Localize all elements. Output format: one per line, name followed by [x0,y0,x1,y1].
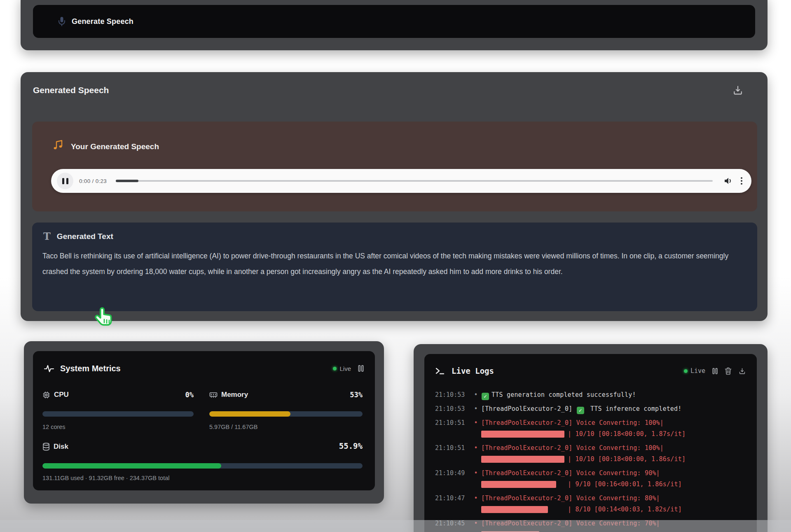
log-bullet-icon: • [470,468,481,490]
memory-sub: 5.97GB / 11.67GB [209,424,257,430]
disk-bar-fill [42,463,221,469]
live-logs-title: Live Logs [452,366,494,375]
log-list: 21:10:53•✓TTS generation completed succe… [435,389,749,532]
log-progress-line: | 10/10 [00:18<00:00, 1.87s/it] [481,429,749,440]
pause-updates-icon[interactable] [358,365,364,372]
log-entry: 21:10:51•[ThreadPoolExecutor-2_0] Voice … [435,443,749,465]
live-dot-icon [333,367,337,370]
check-icon: ✓ [577,407,584,414]
system-metrics-card: System Metrics Live [24,341,384,504]
cpu-value: 0% [152,391,194,399]
live-status-badge: Live [333,365,351,372]
log-timestamp: 21:10:47 [435,493,470,515]
trash-icon[interactable] [725,367,732,375]
disk-icon [42,443,50,451]
seek-bar-played [116,180,138,182]
cpu-sub: 12 cores [42,424,66,430]
live-dot-icon [684,369,688,373]
log-progress-bar [481,481,556,488]
check-icon: ✓ [482,393,489,400]
volume-icon[interactable] [723,176,733,185]
seek-bar[interactable] [116,180,713,182]
disk-label: Disk [54,443,68,451]
cpu-bar [42,411,194,417]
generated-speech-title: Generated Speech [33,85,109,95]
log-message: ✓TTS generation completed successfully! [481,389,749,401]
cpu-label: CPU [54,391,69,399]
log-progress-stats: | 10/10 [00:18<00:00, 1.86s/it] [568,454,686,465]
log-progress-bar [481,431,564,438]
log-bullet-icon: • [470,493,481,515]
audio-player-panel: Your Generated Speech 0:00 / 0:23 [32,122,757,211]
live-logs-panel: Live Logs Live [424,354,757,532]
log-message: [ThreadPoolExecutor-2_0] Voice Convertin… [481,493,749,515]
log-progress-stats: | 8/10 [00:14<00:03, 1.82s/it] [568,504,682,515]
pause-icon [62,178,64,184]
live-status-badge: Live [684,367,705,375]
player-time: 0:00 / 0:23 [79,178,107,184]
log-timestamp: 21:10:49 [435,468,470,490]
disk-bar [42,463,363,469]
log-timestamp: 21:10:53 [435,389,470,401]
audio-player-heading: Your Generated Speech [71,142,159,151]
disk-sub: 131.11GB used · 91.32GB free · 234.37GB … [42,475,169,481]
disk-value: 55.9% [305,441,363,450]
log-entry: 21:10:49•[ThreadPoolExecutor-2_0] Voice … [435,468,749,490]
generated-text-heading: Generated Text [57,232,113,241]
terminal-icon [435,367,445,375]
log-timestamp: 21:10:51 [435,443,470,465]
log-message: [ThreadPoolExecutor-2_0] Voice Convertin… [481,417,749,440]
generate-speech-card: Generate Speech [21,0,768,50]
system-metrics-title: System Metrics [60,364,121,373]
generate-speech-button[interactable]: Generate Speech [33,5,755,38]
cpu-icon [42,391,50,399]
memory-bar [209,411,363,417]
log-entry: 21:10:51•[ThreadPoolExecutor-2_0] Voice … [435,417,749,440]
generated-text-panel: T Generated Text Taco Bell is rethinking… [32,223,757,311]
log-bullet-icon: • [470,389,481,401]
memory-label: Memory [221,391,248,399]
log-progress-stats: | 10/10 [00:18<00:00, 1.87s/it] [568,429,686,440]
memory-value: 53% [321,391,363,399]
log-progress-line: | 9/10 [00:16<00:01, 1.86s/it] [481,479,749,490]
download-logs-icon[interactable] [738,367,746,375]
log-timestamp: 21:10:51 [435,417,470,440]
generated-text-body: Taco Bell is rethinking its use of artif… [42,248,735,279]
audio-player: 0:00 / 0:23 [51,169,751,193]
log-bullet-icon: • [470,417,481,440]
download-icon[interactable] [732,84,744,96]
log-progress-stats: | 9/10 [00:16<00:01, 1.86s/it] [568,479,682,490]
log-progress-line: | 8/10 [00:14<00:03, 1.82s/it] [481,504,749,515]
log-progress-line: | 10/10 [00:18<00:00, 1.86s/it] [481,454,749,465]
microphone-icon [58,16,66,26]
text-icon: T [43,232,51,241]
log-message: [ThreadPoolExecutor-2_0] Voice Convertin… [481,443,749,465]
log-bullet-icon: • [470,403,481,415]
memory-icon [209,391,218,398]
log-entry: 21:10:53•✓TTS generation completed succe… [435,389,749,401]
log-timestamp: 21:10:53 [435,403,470,415]
bottom-overlay-strip [0,520,791,532]
generated-speech-card: Generated Speech Your Generated Speech 0… [21,72,768,321]
player-menu-icon[interactable] [741,177,742,185]
log-message: [ThreadPoolExecutor-2_0] ✓ TTS inference… [481,403,749,415]
pause-logs-icon[interactable] [712,368,718,375]
live-logs-card: Live Logs Live [414,344,768,532]
log-progress-bar [481,456,564,463]
system-metrics-panel: System Metrics Live [33,351,375,490]
memory-bar-fill [209,411,290,417]
log-entry: 21:10:53•[ThreadPoolExecutor-2_0] ✓ TTS … [435,403,749,415]
log-entry: 21:10:47•[ThreadPoolExecutor-2_0] Voice … [435,493,749,515]
log-bullet-icon: • [470,443,481,465]
activity-icon [44,363,54,373]
log-progress-bar [481,506,548,513]
log-message: [ThreadPoolExecutor-2_0] Voice Convertin… [481,468,749,490]
pause-button[interactable] [57,173,73,189]
music-notes-icon [52,139,64,151]
generate-speech-label: Generate Speech [72,17,133,26]
